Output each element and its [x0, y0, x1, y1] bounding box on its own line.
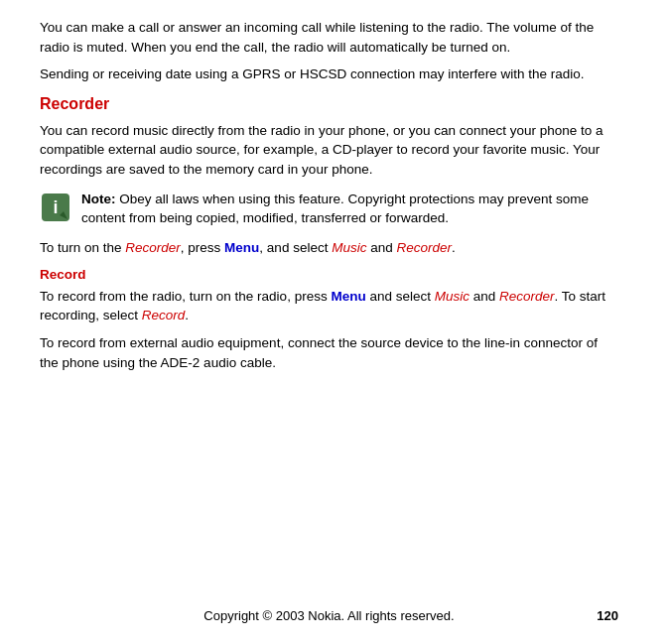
recorder-link1: Recorder: [125, 240, 181, 255]
record-para2: To record from external audio equipment,…: [40, 333, 618, 372]
menu-ref1: Menu: [224, 240, 259, 255]
recorder-link3: Recorder: [499, 289, 555, 304]
copyright-text: Copyright © 2003 Nokia. All rights reser…: [203, 607, 454, 626]
record-para1: To record from the radio, turn on the ra…: [40, 287, 618, 325]
note-icon: i: [40, 192, 71, 223]
music-link2: Music: [435, 289, 469, 304]
page-number: 120: [597, 607, 618, 626]
note-text: Note: Obey all laws when using this feat…: [81, 190, 618, 228]
turn-on-para: To turn on the Recorder, press Menu, and…: [40, 238, 618, 258]
menu-ref2: Menu: [331, 289, 365, 304]
intro-para2: Sending or receiving date using a GPRS o…: [40, 64, 618, 84]
recorder-desc: You can record music directly from the r…: [40, 121, 618, 180]
note-box: i Note: Obey all laws when using this fe…: [40, 190, 618, 228]
intro-para1: You can make a call or answer an incomin…: [40, 18, 618, 57]
footer: Copyright © 2003 Nokia. All rights reser…: [40, 599, 618, 626]
record-subheading: Record: [40, 265, 618, 285]
note-label: Note:: [81, 192, 116, 206]
note-body: Obey all laws when using this feature. C…: [81, 192, 589, 226]
svg-text:i: i: [53, 197, 58, 217]
recorder-link2: Recorder: [396, 240, 452, 255]
music-link1: Music: [332, 240, 366, 255]
record-link: Record: [142, 308, 186, 322]
content-area: You can make a call or answer an incomin…: [40, 18, 618, 599]
recorder-heading: Recorder: [40, 92, 618, 115]
page: You can make a call or answer an incomin…: [0, 0, 670, 644]
